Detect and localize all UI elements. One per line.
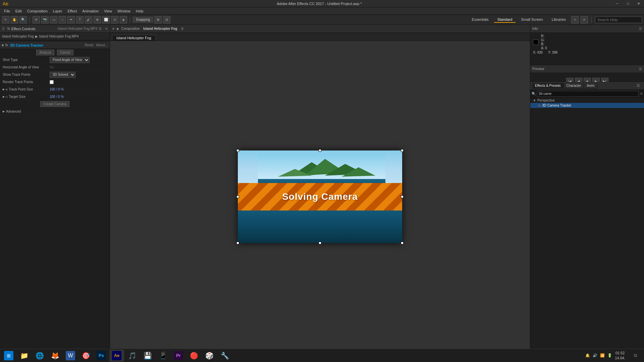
workspace-more[interactable]: » (571, 16, 579, 23)
advanced-section[interactable]: ▶ Advanced (0, 108, 110, 115)
tool-select[interactable]: ↖ (2, 16, 9, 23)
taskbar-chrome[interactable]: 🌐 (32, 350, 47, 362)
taskbar-app2[interactable]: 🎵 (125, 350, 140, 362)
handle-tl[interactable] (236, 149, 239, 152)
close-button[interactable]: ✕ (633, 0, 644, 7)
about-button[interactable]: About... (96, 43, 108, 47)
sys-icon-1: 🔔 (585, 353, 590, 358)
effect-section-header[interactable]: ▶ fx 3D Camera Tracker Reset About... (0, 42, 110, 49)
handle-tr[interactable] (401, 149, 404, 152)
comp-close-icon[interactable]: ✕ (112, 27, 115, 31)
taskbar-app7[interactable]: 🔧 (217, 350, 232, 362)
track-points-dropdown[interactable]: 3D Solved (50, 72, 75, 78)
tool-stamp[interactable]: ⊕ (94, 16, 101, 23)
tool-zoom[interactable]: 🔍 (19, 16, 27, 23)
handle-tc[interactable] (319, 149, 321, 152)
taskbar-app1[interactable]: 🎯 (78, 350, 93, 362)
tool-hand[interactable]: ✋ (11, 16, 18, 23)
comp-tab-main[interactable]: Island Helicopter Fog (112, 35, 156, 41)
workspace-standard[interactable]: Standard (494, 17, 516, 23)
info-panel-header: Info ☰ (530, 25, 644, 33)
analyze-button[interactable]: Analyze (36, 50, 54, 55)
target-size-label: Target Size (9, 95, 25, 99)
taskbar-explorer[interactable]: 📁 (17, 350, 32, 362)
fx-character-tab[interactable]: Character (564, 83, 584, 88)
snap-icon[interactable]: ⊞ (154, 16, 162, 23)
workspace-small-screen[interactable]: Small Screen (518, 17, 546, 23)
pr-icon: Pr (174, 351, 183, 360)
taskbar-time[interactable]: 01:52 14.04. (615, 351, 625, 360)
menu-window[interactable]: Window (115, 8, 133, 14)
render-track-checkbox[interactable] (50, 80, 54, 84)
tool-pen[interactable]: ✒ (67, 16, 75, 23)
taskbar-firefox[interactable]: 🦊 (48, 350, 62, 362)
tool-shape-ellipse[interactable]: ○ (59, 16, 66, 23)
handle-ml[interactable] (236, 195, 239, 198)
shot-type-dropdown[interactable]: Fixed Angle of View (50, 57, 90, 63)
menu-effect[interactable]: Effect (65, 8, 79, 14)
workspace-libraries[interactable]: Libraries (548, 17, 569, 23)
fx-category-perspective[interactable]: ▼ Perspective (530, 98, 644, 103)
cancel-button[interactable]: Cancel (57, 50, 73, 55)
tool-camera[interactable]: 📷 (41, 16, 49, 23)
menu-view[interactable]: View (101, 8, 115, 14)
menu-composition[interactable]: Composition (24, 8, 50, 14)
menu-layer[interactable]: Layer (50, 8, 65, 14)
tool-puppet[interactable]: ◈ (120, 16, 127, 23)
handle-br[interactable] (401, 242, 404, 244)
start-button[interactable]: ⊞ (1, 350, 16, 362)
taskbar-app6[interactable]: 🎲 (202, 350, 217, 362)
fx-item-label: 3D Camera Tracker (542, 104, 571, 107)
info-panel-menu[interactable]: ☰ (639, 27, 642, 31)
minimize-button[interactable]: ─ (612, 0, 623, 7)
tool-rotate[interactable]: ⟳ (33, 16, 40, 23)
window-controls[interactable]: ─ □ ✕ (612, 0, 644, 7)
taskbar-app5[interactable]: 🔴 (186, 350, 201, 362)
tool-roto[interactable]: ⊙ (111, 16, 118, 23)
maximize-button[interactable]: □ (623, 0, 633, 7)
fx-panel-menu[interactable]: ☰ (635, 83, 642, 88)
taskbar-word[interactable]: W (63, 350, 78, 362)
menu-edit[interactable]: Edit (13, 8, 24, 14)
workspace-options[interactable]: ≡ (581, 16, 588, 23)
panel-menu-icon[interactable]: ☰ (99, 27, 102, 31)
handle-bl[interactable] (236, 242, 239, 244)
snap-icon2[interactable]: ⊟ (163, 16, 170, 23)
taskbar-app4[interactable]: 📱 (156, 350, 170, 362)
breadcrumb-comp[interactable]: Island Helicopter Fog (2, 35, 34, 38)
create-camera-row: Create Camera (0, 101, 110, 108)
fx-anim-tab[interactable]: Anim (584, 83, 597, 88)
reset-button[interactable]: Reset (85, 43, 93, 47)
tool-brush[interactable]: 🖌 (85, 16, 92, 23)
taskbar-photoshop[interactable]: Ps (94, 350, 109, 362)
snapping-toggle[interactable]: Snapping (133, 17, 153, 22)
comp-header-menu[interactable]: ☰ (181, 27, 184, 31)
create-camera-button[interactable]: Create Camera (40, 101, 69, 107)
taskbar-premiere[interactable]: Pr (171, 350, 186, 362)
handle-bc[interactable] (319, 242, 321, 244)
horiz-angle-label: Horizontal Angle of View (3, 65, 50, 69)
notification-center[interactable]: 🗨 (628, 350, 643, 362)
tool-shape-rect[interactable]: ▭ (50, 16, 57, 23)
panel-close-icon[interactable]: ✕ (105, 27, 108, 31)
search-input[interactable] (595, 16, 642, 23)
tool-eraser[interactable]: ⬜ (102, 16, 110, 23)
taskbar-app3[interactable]: 💾 (140, 350, 155, 362)
windows-icon: ⊞ (4, 351, 13, 360)
track-point-size-value[interactable]: 100 / 0 % (50, 87, 64, 91)
preview-menu[interactable]: ☰ (639, 67, 642, 71)
handle-mr[interactable] (401, 195, 404, 198)
track-points-row: Show Track Points 3D Solved (0, 71, 110, 78)
target-size-value[interactable]: 100 / 0 % (50, 95, 64, 99)
fx-effects-presets-tab[interactable]: Effects & Presets (532, 83, 564, 88)
fx-item-3d-camera-tracker[interactable]: fx 3D Camera Tracker (530, 103, 644, 108)
fx-search-input[interactable] (537, 91, 639, 97)
menu-animation[interactable]: Animation (79, 8, 101, 14)
breadcrumb-file[interactable]: Island Helicopter Fog.MP4 (39, 35, 79, 38)
fx-search-clear[interactable]: ✕ (640, 92, 643, 96)
tool-text[interactable]: T (76, 16, 84, 23)
menu-help[interactable]: Help (133, 8, 146, 14)
menu-file[interactable]: File (1, 8, 13, 14)
workspace-essentials[interactable]: Essentials (469, 17, 492, 23)
taskbar-aftereffects[interactable]: Ae (109, 350, 124, 362)
